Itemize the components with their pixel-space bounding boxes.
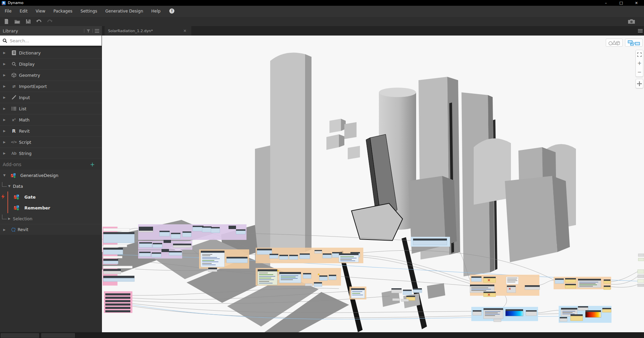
graph-and-geometry-scene[interactable]: .h{fill:#3a3f45}.bb{fill:#c9dcec;stroke:… bbox=[102, 36, 644, 332]
filter-icon[interactable] bbox=[86, 29, 90, 33]
add-package-button[interactable]: + bbox=[90, 161, 95, 168]
tab-solarradiation[interactable]: SolarRadiation_1.2.dyn* × bbox=[105, 26, 191, 36]
redo-icon bbox=[47, 19, 53, 24]
chevron-right-icon: ▶ bbox=[8, 217, 13, 220]
lib-item-string[interactable]: ▶ Ab String bbox=[0, 148, 102, 159]
library-panel: ▶ Dictionary ▶ Display ▶ Geometry bbox=[0, 36, 102, 332]
gate-node-icon bbox=[12, 194, 21, 200]
search-input[interactable] bbox=[10, 38, 99, 43]
maximize-button[interactable]: □ bbox=[614, 1, 629, 5]
input-icon bbox=[9, 95, 19, 100]
menu-settings[interactable]: Settings bbox=[77, 6, 101, 16]
chevron-right-icon: ▶ bbox=[0, 62, 9, 66]
addon-section-data[interactable]: ▼ Data bbox=[0, 181, 102, 191]
graph-view-icon bbox=[628, 40, 640, 46]
lib-item-geometry[interactable]: ▶ Geometry bbox=[0, 70, 102, 81]
chevron-right-icon: ▶ bbox=[0, 85, 9, 88]
graph-view-button[interactable] bbox=[625, 39, 643, 47]
lib-item-label: ImportExport bbox=[19, 84, 47, 89]
addon-generativedesign[interactable]: ▼ GenerativeDesign bbox=[0, 170, 102, 181]
save-button[interactable] bbox=[23, 17, 33, 26]
generativedesign-icon bbox=[9, 173, 18, 178]
geometry-view-button[interactable] bbox=[606, 39, 623, 47]
menu-file[interactable]: File bbox=[0, 6, 16, 16]
revit-addon-label: Revit bbox=[18, 227, 28, 232]
display-icon bbox=[9, 62, 19, 66]
app-logo-icon: R bbox=[2, 1, 6, 5]
addon-section-selection[interactable]: ▶ Selection bbox=[0, 213, 102, 224]
lib-item-importexport[interactable]: ▶ ⇄ ImportExport bbox=[0, 81, 102, 92]
open-button[interactable] bbox=[12, 17, 22, 26]
minimize-button[interactable]: – bbox=[598, 1, 614, 5]
selection-section-label: Selection bbox=[13, 216, 33, 221]
close-button[interactable]: × bbox=[629, 1, 644, 5]
tree-connector bbox=[2, 182, 7, 187]
menu-generative-design[interactable]: Generative Design bbox=[101, 6, 147, 16]
undo-button[interactable] bbox=[34, 17, 44, 26]
lib-item-label: Dictionary bbox=[19, 50, 41, 55]
lib-item-label: Revit bbox=[19, 129, 30, 134]
revit-addon-icon bbox=[9, 227, 18, 232]
lib-item-label: Script bbox=[19, 140, 31, 145]
script-icon: </> bbox=[9, 140, 19, 144]
addons-title: Add-ons bbox=[3, 162, 21, 167]
chevron-right-icon: ▶ bbox=[0, 51, 9, 54]
lib-item-input[interactable]: ▶ Input bbox=[0, 92, 102, 103]
lib-item-display[interactable]: ▶ Display bbox=[0, 59, 102, 70]
save-icon bbox=[26, 19, 31, 24]
tab-close-icon[interactable]: × bbox=[182, 28, 188, 33]
lib-item-dictionary[interactable]: ▶ Dictionary bbox=[0, 47, 102, 59]
addon-revit[interactable]: ▶ Revit bbox=[0, 224, 102, 235]
lib-item-label: Geometry bbox=[19, 73, 40, 78]
geometry-icon bbox=[9, 73, 19, 77]
library-title: Library bbox=[3, 28, 18, 33]
addon-node-remember[interactable]: Remember bbox=[0, 202, 102, 213]
lib-item-revit[interactable]: ▶ R Revit bbox=[0, 126, 102, 137]
node-cluster-right-edge[interactable] bbox=[638, 254, 644, 287]
dynamo-window: R Dynamo – □ × File Edit View Packages S… bbox=[0, 0, 644, 338]
string-icon: Ab bbox=[9, 151, 19, 156]
list-icon bbox=[9, 107, 19, 111]
chevron-right-icon: ▶ bbox=[0, 129, 9, 133]
notifications-icon[interactable]: ! bbox=[169, 8, 174, 14]
addons-header: Add-ons + bbox=[0, 159, 102, 170]
lib-item-math[interactable]: ▶ x² Math bbox=[0, 114, 102, 126]
menu-bar: File Edit View Packages Settings Generat… bbox=[0, 6, 644, 16]
addon-package-label: GenerativeDesign bbox=[20, 173, 58, 178]
tab-list-icon[interactable] bbox=[638, 28, 643, 33]
addon-node-gate[interactable]: Gate bbox=[0, 191, 102, 202]
menu-view[interactable]: View bbox=[31, 6, 49, 16]
pan-button[interactable] bbox=[636, 79, 643, 88]
undo-icon bbox=[36, 19, 42, 24]
library-search[interactable] bbox=[0, 36, 102, 46]
tree-connector bbox=[2, 215, 7, 219]
layout-toggle-icon[interactable] bbox=[95, 29, 99, 33]
color-range-node-blue[interactable] bbox=[506, 311, 523, 316]
workspace-canvas[interactable]: .h{fill:#3a3f45}.bb{fill:#c9dcec;stroke:… bbox=[102, 36, 644, 332]
menu-edit[interactable]: Edit bbox=[16, 6, 31, 16]
sub-header: Library SolarRadiation_1.2.dyn* × bbox=[0, 26, 644, 36]
menu-help[interactable]: Help bbox=[147, 6, 165, 16]
title-bar: R Dynamo – □ × bbox=[0, 0, 644, 6]
zoom-out-button[interactable]: − bbox=[636, 68, 643, 76]
app-title: Dynamo bbox=[8, 1, 23, 5]
lib-item-list[interactable]: ▶ List bbox=[0, 103, 102, 114]
revit-icon: R bbox=[9, 128, 19, 134]
chevron-right-icon: ▶ bbox=[0, 118, 9, 121]
new-file-button[interactable] bbox=[1, 17, 12, 26]
lib-item-label: Input bbox=[19, 95, 30, 100]
export-image-button[interactable] bbox=[626, 17, 637, 26]
chevron-right-icon: ▶ bbox=[0, 140, 9, 144]
camera-icon bbox=[628, 19, 635, 24]
zoom-in-button[interactable]: + bbox=[636, 59, 643, 68]
remember-label: Remember bbox=[24, 205, 50, 210]
redo-button[interactable] bbox=[45, 17, 55, 26]
color-range-node-fire[interactable] bbox=[585, 312, 601, 317]
geometry-view-icon bbox=[608, 40, 620, 46]
pan-icon bbox=[637, 81, 642, 86]
lib-item-script[interactable]: ▶ </> Script bbox=[0, 137, 102, 148]
fit-view-button[interactable] bbox=[636, 50, 643, 59]
status-segment bbox=[41, 333, 75, 338]
chevron-right-icon: ▶ bbox=[0, 73, 9, 77]
menu-packages[interactable]: Packages bbox=[49, 6, 77, 16]
